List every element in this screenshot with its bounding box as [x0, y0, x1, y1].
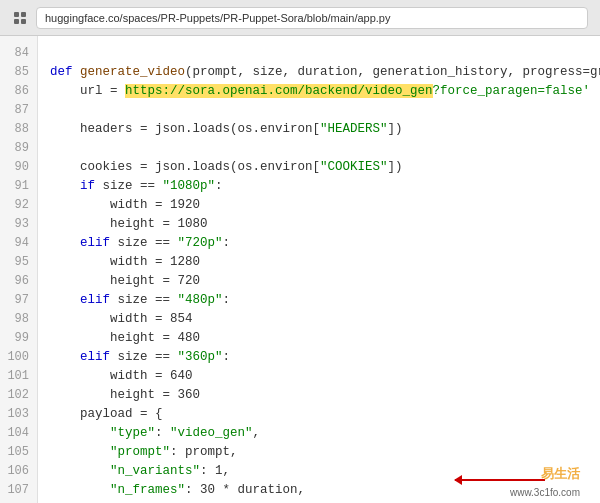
svg-rect-0: [14, 12, 19, 17]
line-number: 103: [0, 405, 37, 424]
watermark-sub: www.3c1fo.com: [510, 487, 580, 498]
code-line: "prompt": prompt,: [50, 443, 600, 462]
line-number: 97: [0, 291, 37, 310]
line-number: 96: [0, 272, 37, 291]
code-line: "type": "video_gen",: [50, 424, 600, 443]
code-line: def generate_video(prompt, size, duratio…: [50, 63, 600, 82]
code-line: [50, 44, 600, 63]
line-number: 85: [0, 63, 37, 82]
code-line: elif size == "480p":: [50, 291, 600, 310]
line-number: 95: [0, 253, 37, 272]
line-number: 104: [0, 424, 37, 443]
line-number: 92: [0, 196, 37, 215]
code-line: [50, 101, 600, 120]
code-area: 8485868788899091929394959697989910010110…: [0, 36, 600, 503]
line-number: 94: [0, 234, 37, 253]
code-line: width = 1920: [50, 196, 600, 215]
code-line: [50, 139, 600, 158]
line-number: 101: [0, 367, 37, 386]
code-lines: def generate_video(prompt, size, duratio…: [38, 36, 600, 503]
browser-bar: huggingface.co/spaces/PR-Puppets/PR-Pupp…: [0, 0, 600, 36]
code-line: width = 640: [50, 367, 600, 386]
line-number: 105: [0, 443, 37, 462]
code-line: if size == "1080p":: [50, 177, 600, 196]
url-text: huggingface.co/spaces/PR-Puppets/PR-Pupp…: [45, 12, 391, 24]
browser-icon: [12, 10, 28, 26]
line-number: 87: [0, 101, 37, 120]
line-numbers: 8485868788899091929394959697989910010110…: [0, 36, 38, 503]
line-number: 90: [0, 158, 37, 177]
url-bar[interactable]: huggingface.co/spaces/PR-Puppets/PR-Pupp…: [36, 7, 588, 29]
code-line: payload = {: [50, 405, 600, 424]
svg-rect-1: [21, 12, 26, 17]
line-number: 106: [0, 462, 37, 481]
svg-rect-2: [14, 19, 19, 24]
line-number: 91: [0, 177, 37, 196]
line-number: 102: [0, 386, 37, 405]
code-line: cookies = json.loads(os.environ["COOKIES…: [50, 158, 600, 177]
line-number: 99: [0, 329, 37, 348]
line-number: 98: [0, 310, 37, 329]
code-line: height = 360: [50, 386, 600, 405]
line-number: 100: [0, 348, 37, 367]
line-number: 86: [0, 82, 37, 101]
code-line: width = 854: [50, 310, 600, 329]
code-container: 8485868788899091929394959697989910010110…: [0, 36, 600, 503]
watermark: 易生活: [541, 465, 580, 483]
line-number: 84: [0, 44, 37, 63]
svg-rect-3: [21, 19, 26, 24]
code-line: height = 720: [50, 272, 600, 291]
arrow-annotation: [455, 479, 545, 481]
line-number: 88: [0, 120, 37, 139]
code-line: elif size == "720p":: [50, 234, 600, 253]
code-line: width = 1280: [50, 253, 600, 272]
code-line: headers = json.loads(os.environ["HEADERS…: [50, 120, 600, 139]
line-number: 107: [0, 481, 37, 500]
code-line: height = 1080: [50, 215, 600, 234]
line-number: 89: [0, 139, 37, 158]
code-line: url = https://sora.openai.com/backend/vi…: [50, 82, 600, 101]
code-line: height = 480: [50, 329, 600, 348]
code-line: elif size == "360p":: [50, 348, 600, 367]
line-number: 93: [0, 215, 37, 234]
